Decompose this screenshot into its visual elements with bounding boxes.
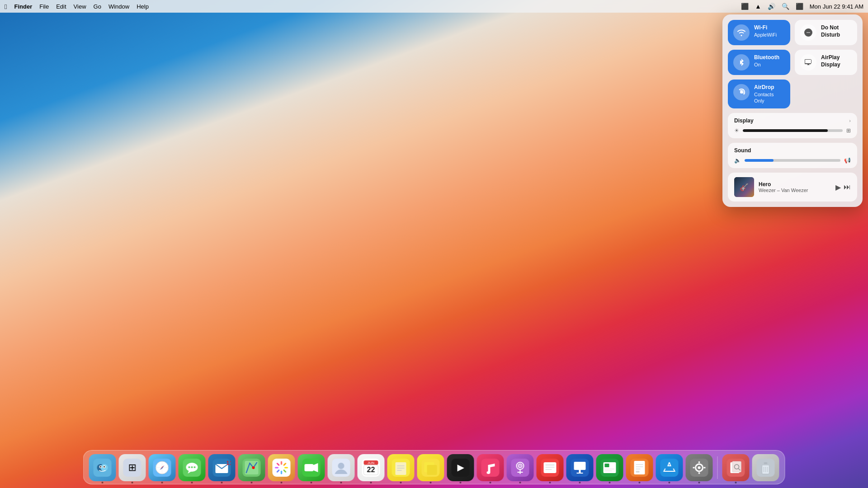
dock-contacts[interactable] — [328, 454, 355, 481]
dock-messages[interactable] — [179, 454, 206, 481]
brightness-slider[interactable] — [743, 129, 843, 132]
wifi-tile-icon — [733, 24, 750, 41]
dock-appstore[interactable] — [656, 454, 683, 481]
menu-file[interactable]: File — [39, 3, 49, 10]
svg-point-90 — [698, 466, 701, 469]
menubar:  Finder File Edit View Go Window Help ⬛… — [0, 0, 868, 13]
svg-point-63 — [519, 465, 521, 467]
wifi-menubar-icon[interactable]: ▲ — [755, 3, 761, 10]
battery-icon[interactable]: ⬛ — [796, 3, 803, 10]
svg-rect-94 — [704, 467, 706, 469]
dock-safari[interactable] — [149, 454, 176, 481]
dock-preview[interactable] — [722, 454, 750, 481]
wifi-tile-text: Wi-Fi AppleWiFi — [754, 24, 777, 38]
sound-menubar-icon[interactable]: 🔊 — [768, 3, 775, 10]
svg-point-9 — [104, 466, 105, 468]
sound-section: Sound 🔈 📢 — [728, 143, 857, 168]
bluetooth-tile[interactable]: Bluetooth On — [728, 50, 790, 75]
airdrop-sublabel: Contacts Only — [754, 91, 785, 104]
airplay-tile-text: AirPlay Display — [821, 54, 852, 68]
svg-rect-72 — [574, 462, 586, 470]
dock-calendar[interactable]: 22 JUN — [358, 454, 385, 481]
airdrop-tile[interactable]: AirDrop Contacts Only — [728, 80, 790, 108]
volume-slider[interactable] — [745, 159, 840, 162]
dock-trash[interactable] — [752, 454, 779, 481]
svg-rect-77 — [605, 464, 609, 467]
dock-system-preferences[interactable] — [686, 454, 713, 481]
track-title: Hero — [759, 181, 831, 188]
album-art: 🎸 — [734, 177, 754, 197]
menu-window[interactable]: Window — [108, 3, 129, 10]
dock-finder[interactable] — [89, 454, 116, 481]
svg-rect-97 — [732, 461, 741, 472]
menu-go[interactable]: Go — [94, 3, 101, 10]
dock-numbers[interactable] — [596, 454, 623, 481]
control-center-panel: Wi-Fi AppleWiFi Bluetooth On — [722, 14, 863, 207]
menu-view[interactable]: View — [74, 3, 86, 10]
svg-text:22: 22 — [367, 466, 375, 474]
svg-rect-73 — [579, 470, 581, 473]
airdrop-label: AirDrop — [754, 84, 785, 91]
airplay-icon — [800, 54, 816, 70]
play-button[interactable]: ▶ — [835, 183, 841, 192]
wifi-tile[interactable]: Wi-Fi AppleWiFi — [728, 20, 790, 45]
menu-help[interactable]: Help — [137, 3, 149, 10]
bluetooth-sublabel: On — [754, 61, 779, 68]
sound-header: Sound — [734, 147, 851, 154]
dock-separator — [717, 456, 718, 479]
dock-keynote[interactable] — [566, 454, 594, 481]
svg-rect-103 — [764, 462, 768, 464]
display-options-icon[interactable]: ⊞ — [846, 127, 851, 134]
skip-forward-button[interactable]: ⏭ — [844, 183, 851, 191]
wifi-label: Wi-Fi — [754, 24, 777, 32]
apple-menu[interactable]:  — [5, 3, 7, 10]
svg-rect-56 — [427, 465, 437, 475]
svg-rect-93 — [693, 467, 695, 469]
menu-edit[interactable]: Edit — [56, 3, 66, 10]
dock-mail[interactable]: 11 — [208, 454, 236, 481]
airplay-tile[interactable]: AirPlay Display — [795, 50, 857, 75]
track-artist: Weezer – Van Weezer — [759, 188, 831, 193]
svg-rect-74 — [577, 473, 583, 474]
svg-point-22 — [191, 466, 193, 468]
clock: Mon Jun 22 9:41 AM — [810, 3, 863, 10]
brightness-low-icon: ☀ — [734, 127, 739, 134]
dnd-tile[interactable]: Do Not Disturb — [795, 20, 857, 45]
dock-music[interactable] — [477, 454, 504, 481]
svg-point-43 — [338, 463, 344, 469]
svg-text:▶: ▶ — [457, 462, 464, 472]
svg-text:11: 11 — [226, 460, 231, 466]
volume-low-icon: 🔈 — [734, 157, 741, 164]
bluetooth-tile-text: Bluetooth On — [754, 54, 779, 68]
menubar-left:  Finder File Edit View Go Window Help — [5, 3, 149, 10]
menubar-right: ⬛ ▲ 🔊 🔍 ⬛ Mon Jun 22 9:41 AM — [741, 3, 863, 10]
svg-rect-85 — [636, 471, 640, 473]
dock-news[interactable] — [537, 454, 564, 481]
sound-options-icon[interactable]: 📢 — [844, 157, 851, 164]
menu-finder[interactable]: Finder — [14, 3, 32, 10]
airdrop-tile-text: AirDrop Contacts Only — [754, 84, 785, 104]
dock-appletv[interactable]: ▶ — [447, 454, 474, 481]
svg-text:⊞: ⊞ — [128, 462, 137, 473]
dock-maps[interactable] — [238, 454, 265, 481]
svg-point-23 — [194, 466, 196, 468]
dock: ⊞ 11 — [83, 450, 785, 484]
wifi-sublabel: AppleWiFi — [754, 32, 777, 38]
dock-launchpad[interactable]: ⊞ — [119, 454, 146, 481]
volume-row: 🔈 📢 — [734, 157, 851, 164]
dock-pages[interactable] — [626, 454, 653, 481]
volume-fill — [745, 159, 774, 162]
airplay-label: AirPlay Display — [821, 54, 852, 68]
dock-photos[interactable] — [268, 454, 295, 481]
bluetooth-label: Bluetooth — [754, 54, 779, 61]
dock-facetime[interactable] — [298, 454, 325, 481]
display-arrow[interactable]: › — [849, 118, 851, 123]
screen-recorder-icon[interactable]: ⬛ — [741, 3, 749, 10]
now-playing-info: Hero Weezer – Van Weezer — [759, 181, 831, 193]
search-icon[interactable]: 🔍 — [782, 3, 789, 10]
brightness-row: ☀ ⊞ — [734, 127, 851, 134]
dock-podcasts[interactable] — [507, 454, 534, 481]
dock-stickies[interactable] — [417, 454, 444, 481]
dnd-icon — [800, 24, 816, 41]
dock-notes[interactable] — [387, 454, 415, 481]
